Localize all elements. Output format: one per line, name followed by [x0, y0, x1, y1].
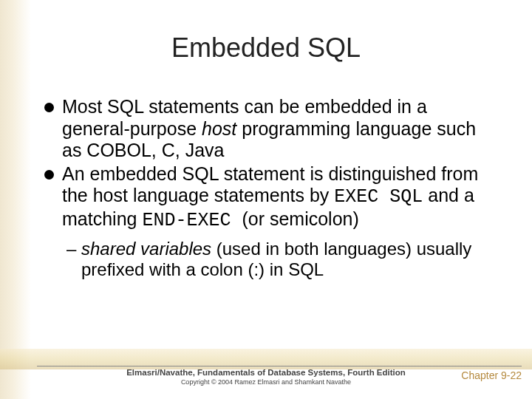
slide-body: Most SQL statements can be embedded in a…	[46, 96, 495, 281]
footer-rule	[37, 366, 522, 366]
slide-title: Embedded SQL	[0, 33, 532, 64]
footer-line2: Copyright © 2004 Ramez Elmasri and Shamk…	[0, 378, 532, 386]
text-code: END-EXEC	[142, 210, 242, 231]
bullet-item: Most SQL statements can be embedded in a…	[46, 96, 495, 162]
sub-bullet-item: – shared variables (used in both languag…	[46, 239, 495, 281]
text-run: (or semicolon)	[242, 208, 358, 229]
slide: Embedded SQL Most SQL statements can be …	[0, 0, 532, 399]
sub-bullet-text: shared variables (used in both languages…	[81, 239, 471, 279]
page-number: Chapter 9-22	[461, 369, 522, 381]
bullet-dot-icon	[44, 170, 54, 180]
footer-line1: Elmasri/Navathe, Fundamentals of Databas…	[0, 368, 532, 377]
bullet-item: An embedded SQL statement is distinguish…	[46, 163, 495, 232]
text-code: EXEC SQL	[334, 186, 423, 208]
bullet-text: An embedded SQL statement is distinguish…	[62, 163, 478, 229]
bullet-text: Most SQL statements can be embedded in a…	[62, 96, 476, 160]
slide-footer: Elmasri/Navathe, Fundamentals of Databas…	[0, 368, 532, 386]
bullet-dot-icon	[44, 103, 54, 112]
dash-icon: –	[66, 239, 76, 259]
text-emphasis: shared variables	[81, 239, 211, 259]
text-emphasis: host	[202, 118, 236, 139]
